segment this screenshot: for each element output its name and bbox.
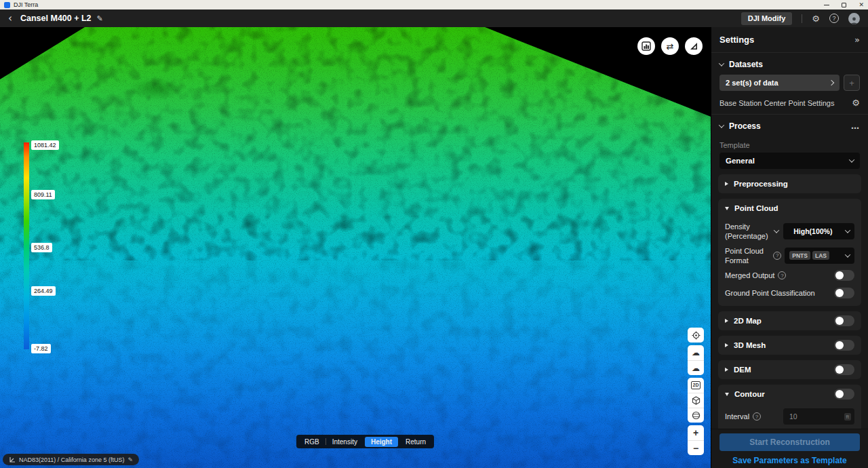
recenter-view-button[interactable] [688, 328, 704, 343]
chevron-down-icon [849, 157, 854, 162]
mode-return[interactable]: Return [399, 437, 432, 447]
histogram-icon [642, 41, 651, 51]
viewport-toolbar: ☁ ☁ 2D [688, 328, 704, 455]
window-title: DJI Terra [14, 1, 38, 8]
point-cloud-display-button[interactable]: ☁ [688, 345, 704, 360]
view-cube-button[interactable] [688, 393, 704, 408]
triangle-right-icon [725, 319, 728, 323]
zoom-in-button[interactable]: + [688, 425, 704, 440]
datasets-section-header[interactable]: Datasets [711, 53, 868, 73]
density-dropdown[interactable]: High(100%) [783, 223, 854, 239]
datasets-count-label: 2 set(s) of data [726, 79, 778, 87]
compare-tool-button[interactable]: ⇄ [661, 37, 679, 55]
contour-toggle[interactable] [834, 389, 854, 399]
sphere-icon [692, 411, 701, 420]
chevron-down-icon [719, 122, 724, 128]
maximize-icon[interactable] [842, 3, 846, 7]
interval-unit: ft [844, 413, 851, 421]
2d-badge-icon: 2D [691, 381, 701, 389]
histogram-tool-button[interactable] [637, 37, 655, 55]
mode-height[interactable]: Height [365, 437, 398, 447]
display-mode-bar: RGB Intensity Height Return [296, 435, 434, 448]
info-icon[interactable]: ? [753, 412, 761, 421]
info-icon[interactable]: ? [773, 252, 781, 260]
dem-header[interactable]: DEM [725, 361, 854, 378]
ground-classification-toggle[interactable] [834, 288, 854, 298]
header-divider [802, 14, 802, 23]
map-2d-label: 2D Map [734, 317, 762, 325]
edit-project-icon[interactable]: ✎ [97, 14, 103, 23]
mesh-3d-header[interactable]: 3D Mesh [725, 336, 854, 354]
process-more-icon[interactable]: … [851, 121, 860, 131]
panel-scroll-area[interactable]: Datasets 2 set(s) of data + Base Station… [711, 53, 868, 429]
merged-output-label: Merged Output [725, 271, 774, 279]
point-cloud-header[interactable]: Point Cloud [725, 199, 854, 217]
minimize-icon[interactable] [824, 5, 829, 5]
chevron-down-icon [719, 60, 724, 66]
triangle-right-icon [725, 343, 728, 347]
settings-gear-icon[interactable]: ⚙ [812, 14, 820, 23]
scale-label: -7.82 [31, 344, 51, 353]
window-titlebar: DJI Terra ✕ [0, 0, 868, 9]
chevron-down-icon[interactable] [774, 228, 779, 233]
template-label: Template [711, 135, 868, 153]
crs-label: NAD83(2011) / California zone 5 (ftUS) [19, 456, 124, 463]
scale-label: 536.8 [31, 243, 52, 252]
mode-intensity[interactable]: Intensity [326, 437, 363, 447]
preprocessing-header[interactable]: Preprocessing [725, 175, 854, 193]
point-cloud-label: Point Cloud [734, 204, 778, 212]
help-icon[interactable]: ? [829, 14, 839, 23]
dji-modify-button[interactable]: DJI Modify [741, 12, 793, 25]
scale-label: 1081.42 [31, 140, 59, 150]
triangle-down-icon [725, 393, 729, 396]
chevron-down-icon [845, 228, 850, 233]
height-color-scale [24, 142, 29, 349]
panel-title: Settings [719, 35, 754, 45]
set-square-icon [689, 41, 698, 51]
template-dropdown[interactable]: General [719, 153, 860, 169]
zoom-out-button[interactable]: − [688, 440, 704, 455]
person-icon [850, 16, 859, 24]
point-cloud-viewport[interactable]: 1081.42 809.11 536.8 264.49 -7.82 ⇄ [0, 27, 711, 468]
info-icon[interactable]: ? [778, 271, 786, 279]
scale-label: 809.11 [31, 190, 55, 199]
map-2d-card: 2D Map [718, 311, 861, 330]
mesh-3d-toggle[interactable] [834, 340, 854, 351]
format-dropdown[interactable]: PNTS LAS [785, 248, 854, 264]
dem-card: DEM [718, 360, 861, 379]
point-cloud-style-button[interactable]: ☁ [688, 360, 704, 375]
add-dataset-button[interactable]: + [844, 75, 860, 91]
collapse-panel-icon[interactable]: » [854, 35, 860, 45]
density-label: Density (Percentage) [725, 222, 771, 241]
contour-label: Contour [734, 390, 765, 398]
chevron-down-icon [845, 252, 850, 257]
coordinate-system-pill[interactable]: NAD83(2011) / California zone 5 (ftUS) ✎ [3, 454, 139, 465]
cube-icon [692, 396, 701, 405]
process-section-header[interactable]: Process … [711, 115, 868, 135]
user-avatar[interactable] [848, 13, 860, 24]
view-sphere-button[interactable] [688, 408, 704, 423]
close-icon[interactable]: ✕ [859, 2, 864, 8]
interval-input[interactable]: 10 ft [783, 408, 854, 425]
dji-terra-logo-icon [4, 2, 10, 8]
axes-icon [9, 456, 16, 463]
mesh-3d-label: 3D Mesh [734, 341, 766, 349]
preprocessing-label: Preprocessing [734, 180, 788, 188]
dem-toggle[interactable] [834, 364, 854, 375]
map-2d-toggle[interactable] [834, 315, 854, 326]
measure-tool-button[interactable] [685, 37, 703, 55]
map-2d-header[interactable]: 2D Map [725, 312, 854, 330]
datasets-count-button[interactable]: 2 set(s) of data [719, 75, 840, 91]
base-station-label: Base Station Center Point Settings [719, 99, 834, 107]
interval-label: Interval [725, 412, 749, 421]
back-icon[interactable]: ‹ [8, 14, 12, 24]
merged-output-toggle[interactable] [834, 270, 854, 281]
mode-rgb[interactable]: RGB [298, 437, 326, 447]
view-2d-button[interactable]: 2D [688, 378, 704, 393]
datasets-label: Datasets [729, 60, 763, 69]
contour-header[interactable]: Contour [725, 385, 854, 403]
start-reconstruction-button[interactable]: Start Reconstruction [719, 433, 860, 451]
save-parameters-link[interactable]: Save Parameters as Template [719, 456, 860, 465]
edit-crs-icon[interactable]: ✎ [127, 456, 133, 463]
base-station-gear-icon[interactable]: ⚙ [852, 98, 860, 107]
